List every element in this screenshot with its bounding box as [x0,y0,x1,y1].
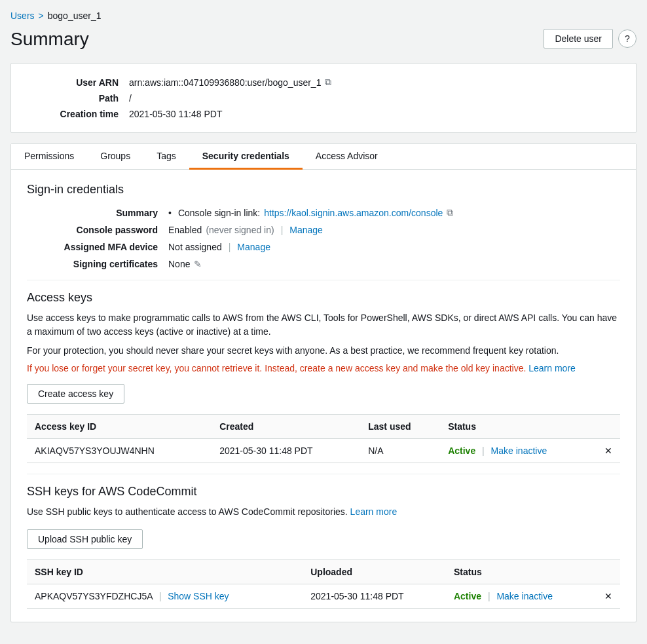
summary-card: User ARN arn:aws:iam::047109936880:user/… [10,63,637,133]
ssh-col-status: Status [446,560,597,584]
access-keys-warning: If you lose or forget your secret key, y… [27,363,620,373]
ssh-section-title: SSH keys for AWS CodeCommit [27,485,620,499]
creation-time-value: 2021-05-30 11:48 PDT [129,109,620,119]
access-keys-learn-more[interactable]: Learn more [528,363,576,373]
ssh-delete-cell: ✕ [597,584,620,609]
header-actions: Delete user ? [544,29,637,48]
pipe-separator: | [488,591,490,601]
col-created: Created [212,415,360,439]
access-keys-table-header: Access key ID Created Last used Status [27,415,620,439]
tab-groups[interactable]: Groups [87,144,143,170]
pipe-sep: | [159,591,162,601]
mfa-status: Not assigned [168,242,222,252]
col-last-used: Last used [360,415,440,439]
mfa-manage[interactable]: Manage [237,242,270,252]
help-button[interactable]: ? [618,29,637,48]
divider-2 [27,474,620,474]
signing-certs-label: Signing certificates [27,259,158,269]
ssh-table-header: SSH key ID Uploaded Status [27,560,620,584]
console-password-note: (never signed in) [206,225,274,235]
access-keys-table: Access key ID Created Last used Status A… [27,414,620,463]
tab-content-security-credentials: Sign-in credentials Summary • Console si… [11,170,636,622]
ssh-key-status: Active | Make inactive [446,584,597,609]
ssh-col-uploaded: Uploaded [303,560,446,584]
tab-security-credentials[interactable]: Security credentials [189,144,303,170]
col-key-id: Access key ID [27,415,212,439]
arn-copy-icon[interactable]: ⧉ [325,77,331,88]
upload-ssh-wrapper: Upload SSH public key [27,529,620,549]
ssh-key-uploaded: 2021-05-30 11:48 PDT [303,584,446,609]
tab-access-advisor[interactable]: Access Advisor [303,144,391,170]
breadcrumb: Users > bogo_user_1 [10,10,637,21]
status-active-badge: Active [448,445,475,456]
arn-label: User ARN [27,77,119,88]
tab-permissions[interactable]: Permissions [11,144,87,170]
console-sign-in-prefix: Console sign-in link: [178,208,260,218]
access-keys-desc2: For your protection, you should never sh… [27,344,620,358]
divider-1 [27,280,620,280]
pipe-separator: | [482,445,485,456]
upload-ssh-button[interactable]: Upload SSH public key [27,529,143,549]
show-ssh-key-button[interactable]: Show SSH key [168,591,229,601]
create-access-key-wrapper: Create access key [27,384,620,404]
create-access-key-button[interactable]: Create access key [27,384,124,404]
console-password-sep: | [281,225,284,235]
mfa-sep: | [229,242,231,252]
path-value: / [129,93,620,104]
bullet: • [168,208,172,218]
page-title: Summary [10,29,89,50]
ssh-learn-more[interactable]: Learn more [350,506,397,517]
ssh-desc-text: Use SSH public keys to authenticate acce… [27,506,348,517]
summary-label: Summary [27,208,158,218]
ssh-status-active-badge: Active [454,591,481,601]
table-row: AKIAQV57YS3YOUJW4NHN 2021-05-30 11:48 PD… [27,439,620,463]
col-actions-header [597,415,620,439]
console-url-copy-icon[interactable]: ⧉ [447,207,453,218]
creation-time-label: Creation time [27,109,119,119]
delete-key-icon[interactable]: ✕ [604,445,612,456]
delete-cell: ✕ [597,439,620,463]
access-key-created: 2021-05-30 11:48 PDT [212,439,360,463]
sign-in-section-title: Sign-in credentials [27,183,620,197]
ssh-make-inactive-button[interactable]: Make inactive [496,591,553,601]
breadcrumb-separator: > [39,10,44,21]
main-card: Permissions Groups Tags Security credent… [10,143,637,622]
tabs-bar: Permissions Groups Tags Security credent… [11,144,636,170]
mfa-value: Not assigned | Manage [168,242,620,252]
arn-value-row: arn:aws:iam::047109936880:user/bogo_user… [129,77,620,88]
mfa-label: Assigned MFA device [27,242,158,252]
sign-in-info-grid: Summary • Console sign-in link: https://… [27,207,620,269]
access-key-last-used: N/A [360,439,440,463]
console-password-value: Enabled (never signed in) | Manage [168,225,620,235]
delete-ssh-icon[interactable]: ✕ [604,591,612,601]
signing-certs-value: None ✎ [168,259,620,269]
console-sign-in-url[interactable]: https://kaol.signin.aws.amazon.com/conso… [264,208,443,218]
path-label: Path [27,93,119,104]
summary-fields: User ARN arn:aws:iam::047109936880:user/… [27,77,620,119]
access-keys-desc1: Use access keys to make programmatic cal… [27,311,620,339]
access-keys-title: Access keys [27,291,620,305]
ssh-key-id: APKAQV57YS3YFDZHCJ5A | Show SSH key [27,584,303,609]
arn-value: arn:aws:iam::047109936880:user/bogo_user… [129,77,321,88]
summary-value: • Console sign-in link: https://kaol.sig… [168,207,620,218]
ssh-col-key-id: SSH key ID [27,560,303,584]
access-key-status: Active | Make inactive [440,439,597,463]
tab-tags[interactable]: Tags [143,144,189,170]
ssh-col-actions-header [597,560,620,584]
console-password-status: Enabled [168,225,202,235]
table-row: APKAQV57YS3YFDZHCJ5A | Show SSH key 2021… [27,584,620,609]
access-key-id: AKIAQV57YS3YOUJW4NHN [27,439,212,463]
console-password-label: Console password [27,225,158,235]
ssh-keys-table: SSH key ID Uploaded Status APKAQV57YS3YF… [27,559,620,609]
signing-certs-edit-icon[interactable]: ✎ [194,259,202,269]
col-status: Status [440,415,597,439]
make-inactive-button[interactable]: Make inactive [491,445,547,456]
breadcrumb-users-link[interactable]: Users [10,10,35,21]
ssh-desc: Use SSH public keys to authenticate acce… [27,505,620,519]
signing-certs-val: None [168,259,190,269]
breadcrumb-current: bogo_user_1 [48,10,102,21]
warning-text-content: If you lose or forget your secret key, y… [27,363,526,373]
console-password-manage[interactable]: Manage [289,225,323,235]
delete-user-button[interactable]: Delete user [544,29,613,48]
page-header: Summary Delete user ? [10,29,637,50]
